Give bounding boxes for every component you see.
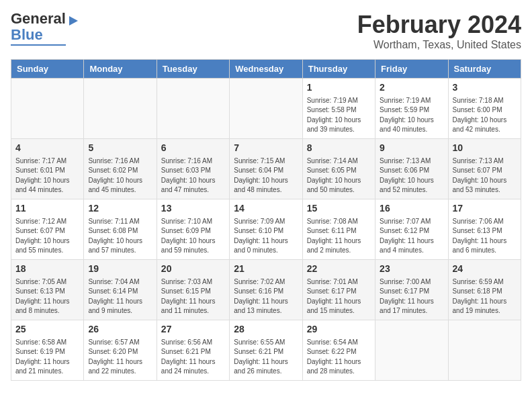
- calendar-cell: 21Sunrise: 7:02 AM Sunset: 6:16 PM Dayli…: [230, 260, 302, 320]
- day-info: Sunrise: 7:06 AM Sunset: 6:13 PM Dayligh…: [453, 217, 517, 256]
- calendar-cell: 23Sunrise: 7:00 AM Sunset: 6:17 PM Dayli…: [375, 260, 448, 320]
- calendar-week-row: 18Sunrise: 7:05 AM Sunset: 6:13 PM Dayli…: [11, 260, 521, 320]
- calendar-week-row: 1Sunrise: 7:19 AM Sunset: 5:58 PM Daylig…: [11, 79, 521, 139]
- calendar-cell: 16Sunrise: 7:07 AM Sunset: 6:12 PM Dayli…: [375, 199, 448, 260]
- day-number: 12: [88, 202, 152, 216]
- day-info: Sunrise: 7:10 AM Sunset: 6:09 PM Dayligh…: [161, 217, 225, 256]
- calendar-cell: [11, 79, 84, 139]
- day-number: 13: [161, 202, 225, 216]
- day-number: 21: [234, 263, 298, 276]
- day-info: Sunrise: 6:55 AM Sunset: 6:21 PM Dayligh…: [234, 338, 298, 377]
- day-info: Sunrise: 6:58 AM Sunset: 6:19 PM Dayligh…: [15, 338, 79, 377]
- day-number: 14: [234, 202, 298, 216]
- calendar-cell: 2Sunrise: 7:19 AM Sunset: 5:59 PM Daylig…: [375, 79, 448, 139]
- day-number: 16: [380, 202, 443, 216]
- calendar-table: SundayMondayTuesdayWednesdayThursdayFrid…: [11, 59, 521, 381]
- calendar-week-row: 25Sunrise: 6:58 AM Sunset: 6:19 PM Dayli…: [11, 320, 521, 381]
- calendar-cell: 11Sunrise: 7:12 AM Sunset: 6:07 PM Dayli…: [11, 199, 84, 260]
- calendar-cell: 6Sunrise: 7:16 AM Sunset: 6:03 PM Daylig…: [157, 139, 229, 199]
- main-title: February 2024: [357, 11, 521, 39]
- calendar-cell: 25Sunrise: 6:58 AM Sunset: 6:19 PM Dayli…: [11, 320, 84, 381]
- day-info: Sunrise: 7:16 AM Sunset: 6:02 PM Dayligh…: [88, 156, 152, 195]
- day-number: 17: [453, 202, 517, 216]
- day-info: Sunrise: 7:18 AM Sunset: 6:00 PM Dayligh…: [453, 96, 517, 135]
- day-info: Sunrise: 7:14 AM Sunset: 6:05 PM Dayligh…: [307, 156, 371, 195]
- header-saturday: Saturday: [448, 60, 521, 79]
- calendar-cell: 9Sunrise: 7:13 AM Sunset: 6:06 PM Daylig…: [375, 139, 448, 199]
- day-number: 29: [307, 323, 371, 336]
- header-friday: Friday: [375, 60, 448, 79]
- day-number: 24: [453, 263, 517, 276]
- calendar-cell: 24Sunrise: 6:59 AM Sunset: 6:18 PM Dayli…: [448, 260, 521, 320]
- calendar-cell: [84, 79, 157, 139]
- calendar-cell: 5Sunrise: 7:16 AM Sunset: 6:02 PM Daylig…: [84, 139, 157, 199]
- calendar-body: 1Sunrise: 7:19 AM Sunset: 5:58 PM Daylig…: [11, 79, 521, 381]
- calendar-cell: 22Sunrise: 7:01 AM Sunset: 6:17 PM Dayli…: [302, 260, 375, 320]
- header-monday: Monday: [84, 60, 157, 79]
- calendar-cell: 8Sunrise: 7:14 AM Sunset: 6:05 PM Daylig…: [302, 139, 375, 199]
- day-info: Sunrise: 7:13 AM Sunset: 6:06 PM Dayligh…: [380, 156, 443, 195]
- day-info: Sunrise: 7:03 AM Sunset: 6:15 PM Dayligh…: [161, 277, 225, 316]
- logo-general: General: [11, 10, 66, 27]
- day-number: 11: [15, 202, 79, 216]
- calendar-cell: [375, 320, 448, 381]
- day-number: 1: [307, 81, 371, 95]
- day-number: 7: [234, 142, 298, 155]
- day-info: Sunrise: 7:19 AM Sunset: 5:59 PM Dayligh…: [380, 96, 443, 135]
- day-number: 22: [307, 263, 371, 276]
- day-number: 3: [453, 81, 517, 95]
- day-number: 23: [380, 263, 443, 276]
- calendar-cell: 13Sunrise: 7:10 AM Sunset: 6:09 PM Dayli…: [157, 199, 229, 260]
- calendar-cell: 18Sunrise: 7:05 AM Sunset: 6:13 PM Dayli…: [11, 260, 84, 320]
- day-info: Sunrise: 7:09 AM Sunset: 6:10 PM Dayligh…: [234, 217, 298, 256]
- day-info: Sunrise: 7:11 AM Sunset: 6:08 PM Dayligh…: [88, 217, 152, 256]
- calendar-week-row: 4Sunrise: 7:17 AM Sunset: 6:01 PM Daylig…: [11, 139, 521, 199]
- day-info: Sunrise: 7:19 AM Sunset: 5:58 PM Dayligh…: [307, 96, 371, 135]
- day-info: Sunrise: 7:16 AM Sunset: 6:03 PM Dayligh…: [161, 156, 225, 195]
- logo-blue: Blue: [11, 26, 43, 43]
- calendar-cell: 17Sunrise: 7:06 AM Sunset: 6:13 PM Dayli…: [448, 199, 521, 260]
- day-info: Sunrise: 6:56 AM Sunset: 6:21 PM Dayligh…: [161, 338, 225, 377]
- calendar-cell: [157, 79, 229, 139]
- day-number: 25: [15, 323, 79, 336]
- title-block: February 2024 Wortham, Texas, United Sta…: [357, 11, 521, 51]
- calendar-cell: 29Sunrise: 6:54 AM Sunset: 6:22 PM Dayli…: [302, 320, 375, 381]
- logo-arrow-icon: [69, 16, 78, 26]
- calendar-cell: 20Sunrise: 7:03 AM Sunset: 6:15 PM Dayli…: [157, 260, 229, 320]
- day-info: Sunrise: 6:54 AM Sunset: 6:22 PM Dayligh…: [307, 338, 371, 377]
- header-tuesday: Tuesday: [157, 60, 229, 79]
- calendar-cell: 28Sunrise: 6:55 AM Sunset: 6:21 PM Dayli…: [230, 320, 302, 381]
- day-info: Sunrise: 7:08 AM Sunset: 6:11 PM Dayligh…: [307, 217, 371, 256]
- calendar-cell: [230, 79, 302, 139]
- calendar-week-row: 11Sunrise: 7:12 AM Sunset: 6:07 PM Dayli…: [11, 199, 521, 260]
- day-info: Sunrise: 7:07 AM Sunset: 6:12 PM Dayligh…: [380, 217, 443, 256]
- page-header: General Blue February 2024 Wortham, Texa…: [11, 11, 521, 51]
- day-number: 28: [234, 323, 298, 336]
- subtitle: Wortham, Texas, United States: [357, 39, 521, 51]
- calendar-cell: 3Sunrise: 7:18 AM Sunset: 6:00 PM Daylig…: [448, 79, 521, 139]
- day-info: Sunrise: 7:01 AM Sunset: 6:17 PM Dayligh…: [307, 277, 371, 316]
- header-wednesday: Wednesday: [230, 60, 302, 79]
- day-info: Sunrise: 7:00 AM Sunset: 6:17 PM Dayligh…: [380, 277, 443, 316]
- day-info: Sunrise: 7:12 AM Sunset: 6:07 PM Dayligh…: [15, 217, 79, 256]
- day-info: Sunrise: 7:15 AM Sunset: 6:04 PM Dayligh…: [234, 156, 298, 195]
- day-number: 26: [88, 323, 152, 336]
- day-number: 27: [161, 323, 225, 336]
- day-number: 10: [453, 142, 517, 155]
- day-info: Sunrise: 7:17 AM Sunset: 6:01 PM Dayligh…: [15, 156, 79, 195]
- calendar-cell: 1Sunrise: 7:19 AM Sunset: 5:58 PM Daylig…: [302, 79, 375, 139]
- calendar-cell: 14Sunrise: 7:09 AM Sunset: 6:10 PM Dayli…: [230, 199, 302, 260]
- header-sunday: Sunday: [11, 60, 84, 79]
- day-number: 15: [307, 202, 371, 216]
- calendar-cell: 26Sunrise: 6:57 AM Sunset: 6:20 PM Dayli…: [84, 320, 157, 381]
- calendar-cell: 10Sunrise: 7:13 AM Sunset: 6:07 PM Dayli…: [448, 139, 521, 199]
- header-thursday: Thursday: [302, 60, 375, 79]
- calendar-cell: 7Sunrise: 7:15 AM Sunset: 6:04 PM Daylig…: [230, 139, 302, 199]
- day-number: 8: [307, 142, 371, 155]
- day-number: 20: [161, 263, 225, 276]
- day-info: Sunrise: 6:57 AM Sunset: 6:20 PM Dayligh…: [88, 338, 152, 377]
- day-number: 4: [15, 142, 79, 155]
- calendar-cell: 4Sunrise: 7:17 AM Sunset: 6:01 PM Daylig…: [11, 139, 84, 199]
- day-number: 9: [380, 142, 443, 155]
- day-info: Sunrise: 7:04 AM Sunset: 6:14 PM Dayligh…: [88, 277, 152, 316]
